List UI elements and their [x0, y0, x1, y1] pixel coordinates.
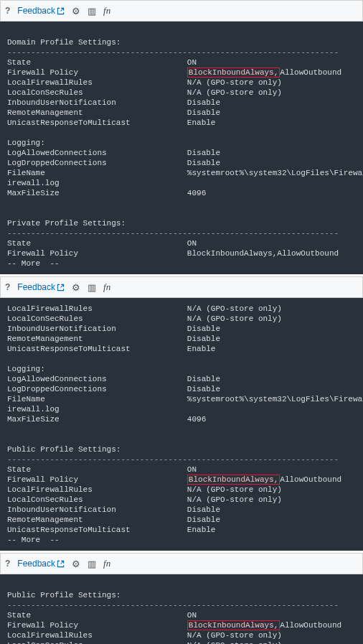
more-indicator: -- More --: [7, 536, 60, 544]
feedback-label: Feedback: [17, 282, 55, 292]
row: Logging:: [7, 139, 45, 147]
row: UnicastResponseToMulticast Enable: [7, 345, 215, 353]
row: InboundUserNotification Disable: [7, 505, 220, 514]
row: LogDroppedConnections Disable: [7, 159, 220, 167]
section-header: Private Profile Settings:: [7, 219, 126, 228]
row: LocalFirewallRules N/A (GPO-store only): [7, 485, 282, 494]
help-icon[interactable]: ?: [5, 282, 10, 292]
feedback-link[interactable]: Feedback: [17, 559, 65, 569]
gear-icon[interactable]: ⚙: [72, 6, 80, 17]
divider: ----------------------------------------…: [7, 48, 339, 57]
row: LocalConSecRules N/A (GPO-store only): [7, 495, 282, 504]
row: Firewall Policy BlockInboundAlways,Allow…: [7, 620, 341, 630]
row: RemoteManagement Disable: [7, 108, 220, 117]
row: InboundUserNotification Disable: [7, 98, 220, 107]
row: irewall.log: [7, 405, 60, 414]
row: State ON: [7, 58, 197, 67]
toolbar: ? Feedback ⚙ ▥ fn: [0, 553, 363, 574]
row: irewall.log: [7, 179, 60, 187]
section-header: Public Profile Settings:: [7, 591, 121, 599]
external-link-icon: [57, 7, 65, 15]
divider: ----------------------------------------…: [7, 601, 339, 610]
row: Firewall Policy BlockInboundAlways,Allow…: [7, 249, 339, 258]
row: State ON: [7, 239, 197, 248]
row: LocalConSecRules N/A (GPO-store only): [7, 314, 282, 323]
row: LocalFirewallRules N/A (GPO-store only): [7, 304, 282, 313]
row: FileName %systemroot%\system32\LogFiles\…: [7, 169, 363, 177]
row: LocalConSecRules N/A (GPO-store only): [7, 641, 282, 644]
feedback-label: Feedback: [17, 559, 55, 569]
external-link-icon: [57, 560, 65, 568]
terminal-output: Public Profile Settings: ---------------…: [0, 574, 363, 644]
columns-icon[interactable]: ▥: [88, 282, 96, 293]
section-header: Public Profile Settings:: [7, 445, 121, 454]
fn-button[interactable]: fn: [103, 281, 110, 293]
gear-icon[interactable]: ⚙: [72, 282, 80, 293]
help-icon[interactable]: ?: [5, 6, 10, 16]
fn-button[interactable]: fn: [103, 5, 110, 17]
row: LogAllowedConnections Disable: [7, 149, 220, 157]
row: State ON: [7, 611, 197, 620]
row: UnicastResponseToMulticast Enable: [7, 118, 215, 127]
highlighted-value: BlockInboundAlways,: [187, 67, 280, 78]
row: UnicastResponseToMulticast Enable: [7, 526, 215, 534]
terminal-output: LocalFirewallRules N/A (GPO-store only) …: [0, 298, 363, 551]
row: Firewall Policy BlockInboundAlways,Allow…: [7, 67, 341, 78]
feedback-label: Feedback: [17, 6, 55, 16]
columns-icon[interactable]: ▥: [88, 559, 96, 569]
terminal-output: Domain Profile Settings: ---------------…: [0, 22, 363, 274]
toolbar: ? Feedback ⚙ ▥ fn: [0, 276, 363, 298]
columns-icon[interactable]: ▥: [88, 6, 96, 17]
row: LogDroppedConnections Disable: [7, 385, 220, 393]
feedback-link[interactable]: Feedback: [17, 282, 65, 292]
divider: ----------------------------------------…: [7, 455, 339, 464]
row: RemoteManagement Disable: [7, 515, 220, 524]
external-link-icon: [57, 284, 65, 291]
feedback-link[interactable]: Feedback: [17, 6, 65, 16]
fn-button[interactable]: fn: [103, 558, 110, 569]
more-indicator: -- More --: [7, 259, 60, 268]
row: LocalFirewallRules N/A (GPO-store only): [7, 631, 282, 640]
row: InboundUserNotification Disable: [7, 325, 220, 333]
highlighted-value: BlockInboundAlways,: [187, 475, 280, 485]
row: MaxFileSize 4096: [7, 415, 206, 424]
row: State ON: [7, 465, 197, 474]
row: Logging:: [7, 365, 45, 373]
help-icon[interactable]: ?: [5, 559, 10, 569]
row: FileName %systemroot%\system32\LogFiles\…: [7, 395, 363, 403]
row: Firewall Policy BlockInboundAlways,Allow…: [7, 475, 341, 485]
gear-icon[interactable]: ⚙: [72, 559, 80, 569]
row: LogAllowedConnections Disable: [7, 375, 220, 383]
highlighted-value: BlockInboundAlways,: [187, 620, 280, 630]
row: MaxFileSize 4096: [7, 189, 206, 197]
row: LocalFirewallRules N/A (GPO-store only): [7, 78, 282, 87]
divider: ----------------------------------------…: [7, 229, 339, 238]
section-header: Domain Profile Settings:: [7, 38, 121, 47]
row: RemoteManagement Disable: [7, 335, 220, 343]
row: LocalConSecRules N/A (GPO-store only): [7, 88, 282, 97]
toolbar: ? Feedback ⚙ ▥ fn: [0, 0, 363, 22]
